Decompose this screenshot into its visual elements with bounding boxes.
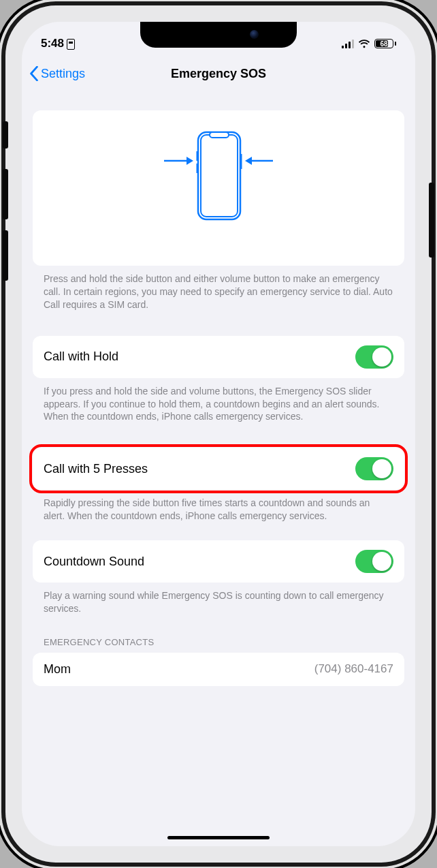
screen: 5:48 68 Settin <box>22 22 415 846</box>
call-with-5-presses-footer: Rapidly pressing the side button five ti… <box>33 490 404 523</box>
battery-percent: 68 <box>380 40 387 48</box>
back-button[interactable]: Settings <box>29 66 85 81</box>
svg-rect-2 <box>210 132 229 138</box>
side-button <box>429 183 434 258</box>
sim-icon <box>67 39 75 50</box>
call-with-5-presses-label: Call with 5 Presses <box>44 462 148 476</box>
hero-illustration-card <box>33 110 404 266</box>
countdown-sound-label: Countdown Sound <box>44 555 144 569</box>
status-left: 5:48 <box>41 37 75 50</box>
emergency-contact-row[interactable]: Mom (704) 860-4167 <box>33 653 404 686</box>
svg-marker-7 <box>187 157 193 165</box>
status-bar: 5:48 68 <box>22 22 415 56</box>
call-with-hold-footer: If you press and hold the side and volum… <box>33 378 404 424</box>
chevron-left-icon <box>29 66 39 81</box>
content[interactable]: Press and hold the side button and eithe… <box>22 91 415 846</box>
cellular-icon <box>342 40 354 48</box>
contact-name: Mom <box>44 662 71 677</box>
svg-rect-5 <box>240 154 242 169</box>
contact-phone: (704) 860-4167 <box>314 662 393 676</box>
countdown-sound-toggle[interactable] <box>355 550 393 573</box>
call-with-hold-toggle[interactable] <box>355 345 393 369</box>
svg-rect-0 <box>198 132 240 219</box>
call-with-hold-label: Call with Hold <box>44 350 118 364</box>
svg-rect-4 <box>197 164 199 173</box>
battery-icon: 68 <box>374 39 396 48</box>
page-title: Emergency SOS <box>171 67 266 81</box>
hero-footer-text: Press and hold the side button and eithe… <box>33 266 404 311</box>
svg-rect-3 <box>197 151 199 161</box>
nav-bar: Settings Emergency SOS <box>22 56 415 91</box>
svg-marker-9 <box>245 157 252 165</box>
volume-up-button <box>3 169 8 219</box>
volume-down-button <box>3 230 8 281</box>
call-with-5-presses-toggle[interactable] <box>355 457 393 480</box>
home-indicator[interactable] <box>167 836 270 839</box>
mute-switch <box>3 121 8 149</box>
device-frame: 5:48 68 Settin <box>5 5 432 863</box>
call-with-5-presses-row[interactable]: Call with 5 Presses <box>33 448 404 490</box>
wifi-icon <box>358 39 370 48</box>
countdown-sound-row[interactable]: Countdown Sound <box>33 540 404 583</box>
back-label: Settings <box>41 67 85 81</box>
phone-squeeze-illustration <box>133 127 304 249</box>
emergency-contacts-header: EMERGENCY CONTACTS <box>33 615 404 653</box>
status-right: 68 <box>342 39 396 48</box>
svg-rect-1 <box>201 135 238 217</box>
countdown-sound-footer: Play a warning sound while Emergency SOS… <box>33 583 404 615</box>
call-with-hold-row[interactable]: Call with Hold <box>33 336 404 378</box>
status-time: 5:48 <box>41 37 64 50</box>
